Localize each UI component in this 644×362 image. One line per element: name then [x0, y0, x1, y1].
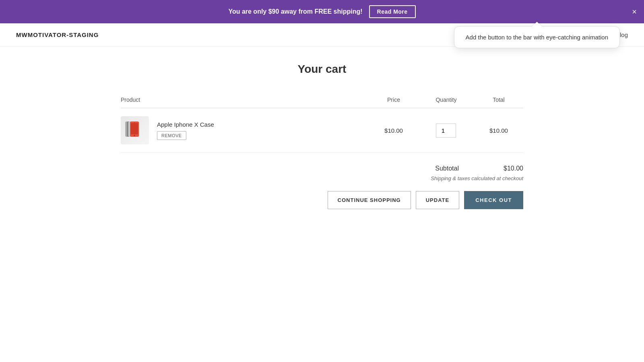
col-header-product: Product	[121, 92, 369, 108]
product-cell: Apple Iphone X Case REMOVE	[121, 116, 369, 144]
tooltip-text: Add the button to the bar with eye-catch…	[466, 34, 608, 41]
cart-table: Product Price Quantity Total	[121, 92, 523, 153]
shipping-note: Shipping & taxes calculated at checkout	[431, 175, 523, 181]
product-info: Apple Iphone X Case REMOVE	[157, 121, 214, 140]
svg-point-6	[134, 122, 135, 123]
announcement-close-button[interactable]: ×	[632, 8, 637, 16]
site-logo: MWMOTIVATOR-STAGING	[16, 31, 99, 38]
subtotal-row: Subtotal $10.00	[435, 165, 523, 172]
product-name: Apple Iphone X Case	[157, 121, 214, 128]
update-button[interactable]: UPDATE	[416, 191, 459, 209]
tooltip-container: Add the button to the bar with eye-catch…	[454, 26, 620, 48]
tooltip-box: Add the button to the bar with eye-catch…	[454, 26, 620, 48]
product-image	[121, 116, 149, 144]
checkout-button[interactable]: CHECK OUT	[464, 191, 523, 209]
product-total: $10.00	[474, 108, 523, 153]
svg-point-5	[134, 135, 135, 136]
continue-shopping-button[interactable]: CONTINUE SHOPPING	[328, 191, 411, 209]
cart-title: Your cart	[121, 63, 523, 76]
subtotal-label: Subtotal	[435, 165, 459, 172]
col-header-price: Price	[369, 92, 418, 108]
read-more-button[interactable]: Read More	[369, 5, 416, 18]
svg-rect-4	[131, 123, 138, 134]
cart-actions: CONTINUE SHOPPING UPDATE CHECK OUT	[121, 191, 523, 209]
quantity-input[interactable]	[436, 123, 456, 138]
table-row: Apple Iphone X Case REMOVE $10.00 $10.00	[121, 108, 523, 153]
subtotal-value: $10.00	[491, 165, 523, 172]
col-header-quantity: Quantity	[418, 92, 474, 108]
announcement-text: You are only $90 away from FREE shipping…	[228, 8, 362, 15]
main-content: Your cart Product Price Quantity Total	[113, 47, 531, 241]
announcement-bar: You are only $90 away from FREE shipping…	[0, 0, 644, 23]
product-image-svg	[123, 118, 147, 142]
col-header-total: Total	[474, 92, 523, 108]
subtotal-section: Subtotal $10.00 Shipping & taxes calcula…	[121, 165, 523, 181]
product-price: $10.00	[369, 108, 418, 153]
remove-button[interactable]: REMOVE	[157, 131, 186, 140]
